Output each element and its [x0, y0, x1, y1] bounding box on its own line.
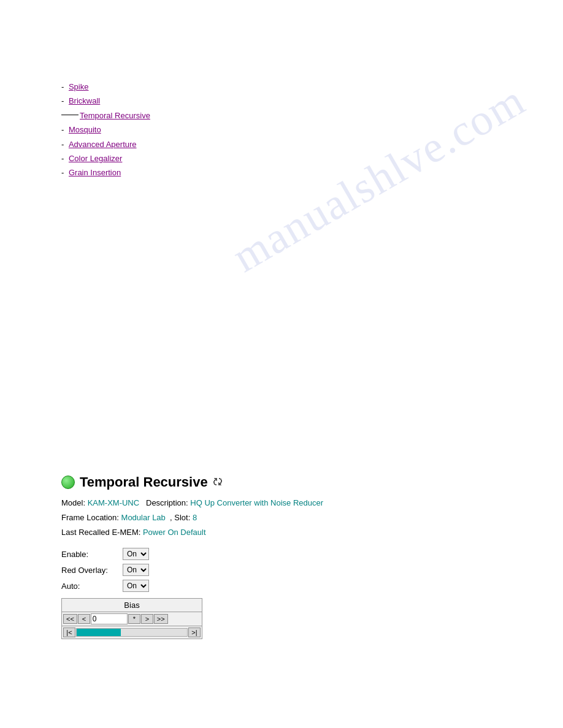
nav-item-mosquito[interactable]: - Mosquito — [61, 123, 563, 137]
slot-value: 8 — [193, 513, 197, 522]
auto-row: Auto: On Off — [61, 580, 563, 592]
enable-row: Enable: On Off — [61, 548, 563, 560]
auto-dropdown[interactable]: On Off — [123, 580, 149, 592]
nav-item-spike[interactable]: - Spike — [61, 80, 563, 94]
bias-title: Bias — [62, 599, 202, 612]
bias-input[interactable] — [91, 613, 128, 624]
main-panel: Temporal Recursive 🗘 Model: KAM-XM-UNC D… — [61, 474, 563, 639]
nav-item-color-legalizer[interactable]: - Color Legalizer — [61, 151, 563, 165]
enable-dropdown[interactable]: On Off — [123, 548, 149, 560]
bias-slider-track[interactable] — [76, 628, 188, 637]
controls-section: Enable: On Off Red Overlay: On Off Auto:… — [61, 548, 563, 639]
bias-slider-row: |< >| — [62, 626, 202, 639]
nav-link-grain-insertion[interactable]: Grain Insertion — [69, 168, 121, 177]
nav-item-brickwall[interactable]: - Brickwall — [61, 94, 563, 108]
frame-location-value: Modular Lab — [121, 513, 166, 522]
enable-label: Enable: — [61, 550, 123, 559]
nav-link-brickwall[interactable]: Brickwall — [69, 96, 100, 105]
bias-prev-prev-button[interactable]: << — [63, 614, 77, 624]
nav-link-mosquito[interactable]: Mosquito — [69, 125, 101, 134]
red-overlay-row: Red Overlay: On Off — [61, 564, 563, 576]
red-overlay-dropdown[interactable]: On Off — [123, 564, 149, 576]
panel-title-row: Temporal Recursive 🗘 — [61, 474, 563, 490]
model-label: Model: — [61, 498, 85, 507]
frame-location-line: Frame Location: Modular Lab , Slot: 8 — [61, 511, 563, 525]
panel-title: Temporal Recursive — [80, 474, 208, 490]
nav-link-spike[interactable]: Spike — [69, 82, 89, 91]
nav-item-grain-insertion[interactable]: - Grain Insertion — [61, 165, 563, 180]
bias-next-button[interactable]: > — [141, 614, 153, 624]
bias-slider-fill — [77, 629, 121, 636]
model-line: Model: KAM-XM-UNC Description: HQ Up Con… — [61, 496, 563, 510]
bias-prev-button[interactable]: < — [78, 614, 90, 624]
description-label: Description: — [146, 498, 188, 507]
nav-item-temporal-recursive[interactable]: Temporal Recursive — [61, 108, 563, 123]
bias-star-button[interactable]: * — [128, 614, 140, 624]
nav-link-advanced-aperture[interactable]: Advanced Aperture — [69, 140, 137, 149]
model-value: KAM-XM-UNC — [88, 498, 140, 507]
auto-label: Auto: — [61, 582, 123, 591]
status-indicator-icon — [61, 476, 75, 489]
bias-controls-row: << < * > >> — [62, 612, 202, 626]
nav-link-color-legalizer[interactable]: Color Legalizer — [69, 154, 122, 163]
bias-table: Bias << < * > >> |< >| — [61, 598, 202, 639]
last-recalled-value: Power On Default — [143, 528, 206, 537]
slot-label: Slot: — [174, 513, 190, 522]
red-overlay-label: Red Overlay: — [61, 566, 123, 575]
bias-start-button[interactable]: |< — [63, 628, 75, 637]
bias-end-button[interactable]: >| — [188, 628, 201, 637]
description-value: HQ Up Converter with Noise Reducer — [190, 498, 323, 507]
reload-icon[interactable]: 🗘 — [213, 477, 223, 488]
frame-location-label: Frame Location: — [61, 513, 119, 522]
nav-link-temporal-recursive[interactable]: Temporal Recursive — [80, 108, 150, 123]
nav-list: - Spike - Brickwall Temporal Recursive -… — [61, 80, 563, 180]
last-recalled-label: Last Recalled E-MEM: — [61, 528, 140, 537]
last-recalled-line: Last Recalled E-MEM: Power On Default — [61, 526, 563, 539]
bias-next-next-button[interactable]: >> — [154, 614, 168, 624]
nav-item-advanced-aperture[interactable]: - Advanced Aperture — [61, 137, 563, 151]
